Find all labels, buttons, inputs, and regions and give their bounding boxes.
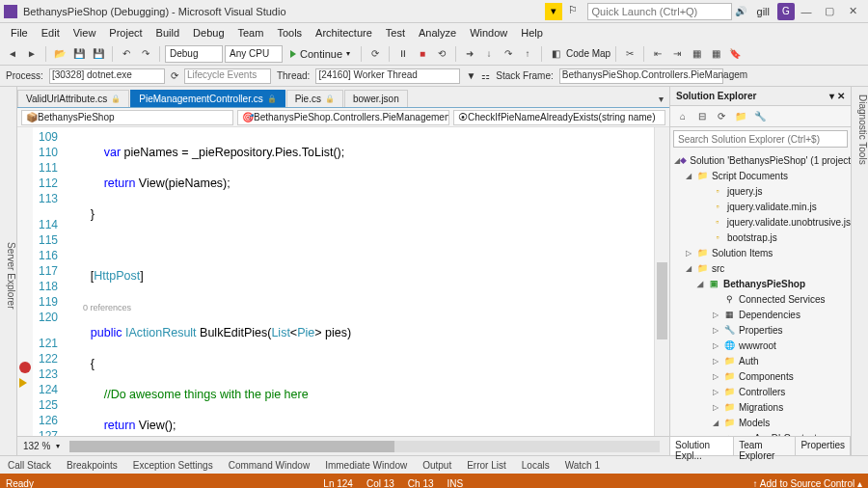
code-editor[interactable]: 109110111 112113 114115116 117118119 120… bbox=[17, 127, 669, 436]
browser-refresh-icon[interactable]: ⟳ bbox=[366, 45, 384, 63]
diagnostic-tools-tab[interactable]: Diagnostic Tools bbox=[851, 87, 868, 455]
vs-logo-icon bbox=[4, 5, 17, 18]
nav-back-icon[interactable]: ◄ bbox=[4, 45, 21, 63]
config-select[interactable]: Debug bbox=[165, 45, 223, 63]
tab-callstack[interactable]: Call Stack bbox=[0, 458, 59, 473]
step-over-icon[interactable]: ↷ bbox=[500, 45, 517, 63]
pin-icon[interactable]: ▾ bbox=[829, 91, 834, 101]
comment-icon[interactable]: ▦ bbox=[688, 45, 705, 63]
breakpoint-margin[interactable] bbox=[17, 127, 33, 436]
editor-area: ValidUrlAttribute.cs🔒 PieManagementContr… bbox=[17, 87, 669, 455]
nav-fwd-icon[interactable]: ► bbox=[23, 45, 41, 63]
redo-icon[interactable]: ↷ bbox=[137, 45, 154, 63]
thread-select[interactable]: [24160] Worker Thread bbox=[315, 68, 460, 84]
tab-errorlist[interactable]: Error List bbox=[459, 458, 514, 473]
open-icon[interactable]: 📂 bbox=[51, 45, 68, 63]
close-panel-icon[interactable]: ✕ bbox=[837, 91, 845, 101]
horizontal-scrollbar[interactable] bbox=[69, 441, 660, 452]
menu-architecture[interactable]: Architecture bbox=[309, 25, 379, 41]
solution-tree[interactable]: ◢◆Solution 'BethanysPieShop' (1 project … bbox=[670, 150, 851, 436]
restart-icon[interactable]: ⟲ bbox=[433, 45, 450, 63]
menu-tools[interactable]: Tools bbox=[270, 25, 309, 41]
lifecycle-icon[interactable]: ⟳ bbox=[171, 70, 178, 81]
properties-icon[interactable]: 🔧 bbox=[751, 108, 769, 125]
save-icon[interactable]: 💾 bbox=[70, 45, 88, 63]
pause-icon[interactable]: ⏸ bbox=[394, 45, 412, 63]
vertical-scrollbar[interactable] bbox=[654, 127, 669, 436]
breakpoint-icon[interactable] bbox=[19, 362, 31, 373]
indent-icon[interactable]: ⇤ bbox=[649, 45, 666, 63]
collapse-icon[interactable]: ⊟ bbox=[693, 108, 711, 125]
nav-member[interactable]: ⦿ CheckIfPieNameAlreadyExists(string nam… bbox=[453, 110, 665, 125]
next-stmt-icon[interactable]: ➜ bbox=[461, 45, 478, 63]
filter-icon[interactable]: ▼ bbox=[466, 70, 475, 81]
tab-watch[interactable]: Watch 1 bbox=[557, 458, 608, 473]
tab-team[interactable]: Team Explorer bbox=[734, 437, 796, 455]
bookmark-icon[interactable]: 🔖 bbox=[726, 45, 744, 63]
refresh-icon[interactable]: ⟳ bbox=[713, 108, 730, 125]
tab-piemgmt[interactable]: PieManagementController.cs🔒 bbox=[130, 90, 285, 107]
solution-search-input[interactable] bbox=[673, 130, 848, 148]
menu-window[interactable]: Window bbox=[463, 25, 514, 41]
code-content[interactable]: var pieNames = _pieRepository.Pies.ToLis… bbox=[64, 127, 669, 436]
tab-validurl[interactable]: ValidUrlAttribute.cs🔒 bbox=[17, 90, 129, 107]
feedback-icon[interactable]: ⚐ bbox=[568, 4, 583, 19]
menu-edit[interactable]: Edit bbox=[35, 25, 67, 41]
undo-icon[interactable]: ↶ bbox=[118, 45, 135, 63]
menu-test[interactable]: Test bbox=[379, 25, 412, 41]
showall-icon[interactable]: 📁 bbox=[732, 108, 749, 125]
menu-help[interactable]: Help bbox=[514, 25, 550, 41]
quick-launch-input[interactable] bbox=[587, 3, 732, 20]
codemap-icon[interactable]: ◧ bbox=[547, 45, 564, 63]
tool-icon[interactable]: ✂ bbox=[621, 45, 638, 63]
close-button[interactable]: ✕ bbox=[841, 2, 864, 21]
thread-icon[interactable]: ⚏ bbox=[481, 70, 490, 81]
tabmenu-icon[interactable]: ▾ bbox=[652, 90, 669, 107]
source-control-button[interactable]: ↑ Add to Source Control ▴ bbox=[753, 478, 862, 488]
tab-immediate[interactable]: Immediate Window bbox=[317, 458, 415, 473]
menu-view[interactable]: View bbox=[67, 25, 103, 41]
saveall-icon[interactable]: 💾 bbox=[90, 45, 107, 63]
zoom-level[interactable]: 132 % bbox=[23, 441, 50, 451]
tab-pie[interactable]: Pie.cs🔒 bbox=[286, 90, 343, 107]
tab-props[interactable]: Properties bbox=[796, 437, 851, 455]
stop-icon[interactable]: ■ bbox=[414, 45, 431, 63]
tab-breakpoints[interactable]: Breakpoints bbox=[59, 458, 125, 473]
user-avatar[interactable]: G bbox=[777, 3, 795, 20]
process-select[interactable]: [30328] dotnet.exe bbox=[49, 68, 165, 84]
tab-command[interactable]: Command Window bbox=[221, 458, 317, 473]
step-into-icon[interactable]: ↓ bbox=[480, 45, 498, 63]
nav-project[interactable]: 📦 BethanysPieShop bbox=[21, 110, 233, 125]
menu-analyze[interactable]: Analyze bbox=[412, 25, 463, 41]
continue-button[interactable]: Continue▾ bbox=[285, 44, 356, 64]
tab-bower[interactable]: bower.json bbox=[344, 90, 408, 107]
menu-file[interactable]: File bbox=[4, 25, 35, 41]
nav-class[interactable]: 🎯 BethanysPieShop.Controllers.PieManagem… bbox=[237, 110, 449, 125]
codemap-label[interactable]: Code Map bbox=[566, 48, 610, 59]
stack-select[interactable]: BethanysPieShop.Controllers.PieManagem bbox=[559, 68, 723, 84]
menu-build[interactable]: Build bbox=[149, 25, 186, 41]
tab-locals[interactable]: Locals bbox=[514, 458, 557, 473]
main-toolbar: ◄ ► 📂 💾 💾 ↶ ↷ Debug Any CPU Continue▾ ⟳ … bbox=[0, 42, 868, 66]
minimize-button[interactable]: — bbox=[795, 2, 818, 21]
step-out-icon[interactable]: ↑ bbox=[519, 45, 536, 63]
tab-solution[interactable]: Solution Expl... bbox=[670, 437, 734, 455]
sound-icon[interactable]: 🔊 bbox=[732, 3, 749, 20]
menu-debug[interactable]: Debug bbox=[186, 25, 231, 41]
platform-select[interactable]: Any CPU bbox=[225, 45, 283, 63]
server-explorer-tab[interactable]: Server Explorer bbox=[0, 87, 17, 455]
menu-team[interactable]: Team bbox=[231, 25, 271, 41]
window-title: BethanysPieShop (Debugging) - Microsoft … bbox=[23, 6, 286, 17]
lifecycle-select[interactable]: Lifecycle Events bbox=[184, 68, 271, 84]
status-col: Col 13 bbox=[366, 478, 394, 488]
maximize-button[interactable]: ▢ bbox=[818, 2, 841, 21]
outdent-icon[interactable]: ⇥ bbox=[668, 45, 686, 63]
menu-project[interactable]: Project bbox=[102, 25, 149, 41]
user-name[interactable]: gill bbox=[757, 6, 770, 17]
bottom-tool-tabs: Call Stack Breakpoints Exception Setting… bbox=[0, 455, 868, 474]
home-icon[interactable]: ⌂ bbox=[674, 108, 692, 125]
tab-output[interactable]: Output bbox=[415, 458, 459, 473]
notification-badge[interactable]: ▾ bbox=[545, 3, 562, 20]
tab-exceptions[interactable]: Exception Settings bbox=[125, 458, 221, 473]
uncomment-icon[interactable]: ▦ bbox=[707, 45, 724, 63]
